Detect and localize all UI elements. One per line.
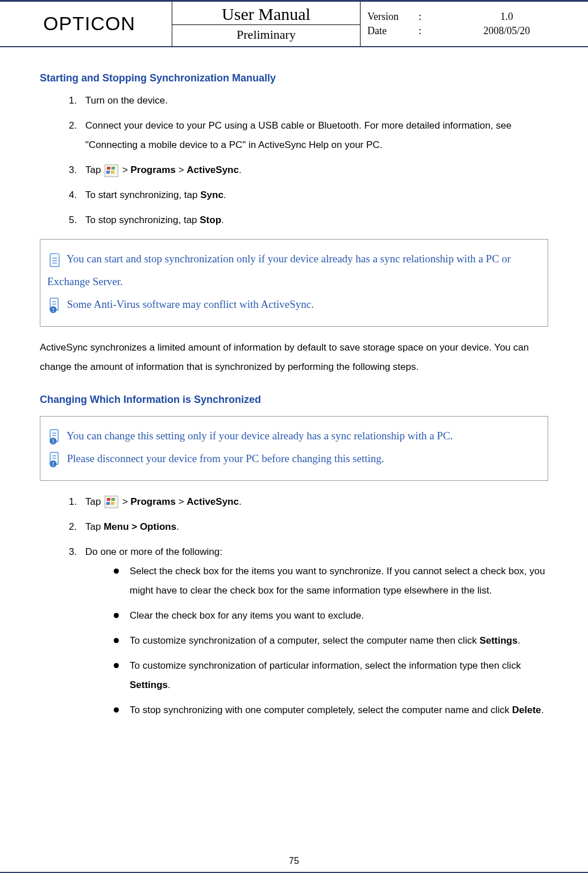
text: . [239,496,242,507]
doc-title: User Manual [172,4,360,25]
text: > [122,496,131,507]
section2-steps: Tap > Programs > ActiveSync. Tap Menu > … [40,492,548,720]
svg-text:!: ! [52,460,54,467]
bold-sync: Sync [200,190,223,200]
doc-subtitle: Preliminary [237,25,296,44]
text: . [176,521,179,532]
windows-start-icon [105,496,118,508]
date-value: 2008/05/20 [432,24,581,38]
step-5: To stop synchronizing, tap Stop. [80,211,548,230]
bullet-4: To customize synchronization of particul… [114,656,548,695]
bullet-2: Clear the check box for any items you wa… [114,606,548,625]
text: . [541,705,544,715]
text: Tap [85,496,103,507]
page-number: 75 [0,855,588,867]
colon: : [419,10,432,24]
step-1: Turn on the device. [80,91,548,110]
date-label: Date [367,24,419,38]
brand-name: OPTICON [7,2,172,46]
text: To customize synchronization of a comput… [130,635,479,646]
text: Do one or more of the following: [85,546,222,557]
text: . [517,635,520,646]
version-label: Version [367,10,419,24]
text: > [179,496,187,507]
text: Tap [85,521,103,532]
text: To stop synchronizing with one computer … [130,705,512,715]
step2-2: Tap Menu > Options. [80,517,548,537]
note-text-4: Please disconnect your device from your … [67,452,384,464]
text: . [168,680,171,690]
text: To stop synchronizing, tap [85,215,200,225]
text: . [221,215,224,225]
bold-menu-options: Menu > Options [103,521,176,532]
bold-settings: Settings [479,635,517,646]
bold-activesync: ActiveSync [187,496,239,507]
note-box-1: You can start and stop synchronization o… [40,239,548,327]
version-value: 1.0 [432,10,581,24]
text: > [122,164,131,175]
text: . [223,190,226,200]
note-text-1: You can start and stop synchronization o… [47,253,511,287]
section1-steps: Turn on the device. Connect your device … [40,91,548,230]
text: > [179,164,187,175]
bullet-1: Select the check box for the items you w… [114,562,548,600]
page-content: Starting and Stopping Synchronization Ma… [0,47,588,720]
bullet-5: To stop synchronizing with one computer … [114,701,548,720]
step-2: Connect your device to your PC using a U… [80,116,548,155]
bold-activesync: ActiveSync [187,164,239,175]
text: To customize synchronization of particul… [130,660,521,671]
bold-delete: Delete [512,705,541,715]
step2-1: Tap > Programs > ActiveSync. [80,492,548,512]
meta-block: Version : 1.0 Date : 2008/05/20 [361,2,581,46]
bullet-list: Select the check box for the items you w… [85,562,548,720]
text: Tap [85,164,103,175]
bold-programs: Programs [131,496,176,507]
bullet-3: To customize synchronization of a comput… [114,631,548,650]
note-doc-icon [47,252,63,269]
bold-settings: Settings [130,680,168,690]
title-block: User Manual Preliminary [172,2,361,46]
section1-title: Starting and Stopping Synchronization Ma… [40,71,548,85]
mid-paragraph: ActiveSync synchronizes a limited amount… [40,338,548,377]
step2-3: Do one or more of the following: Select … [80,542,548,720]
text: To start synchronizing, tap [85,190,200,200]
text: . [239,164,242,175]
svg-text:!: ! [52,438,54,444]
note-box-2: ! You can change this setting only if yo… [40,416,548,481]
svg-text:!: ! [52,306,54,312]
windows-start-icon [105,164,118,177]
note-alert-icon: ! [47,451,63,468]
section2-title: Changing Which Information is Synchroniz… [40,393,548,407]
step-3: Tap > Programs > ActiveSync. [80,160,548,180]
bold-programs: Programs [131,164,176,175]
note-alert-icon: ! [47,297,63,314]
note-text-3: You can change this setting only if your… [67,430,453,442]
colon: : [419,24,432,38]
note-alert-icon: ! [47,429,63,446]
document-header: OPTICON User Manual Preliminary Version … [0,0,588,47]
note-text-2: Some Anti-Virus software may conflict wi… [67,298,314,310]
step-4: To start synchronizing, tap Sync. [80,186,548,205]
bold-stop: Stop [200,215,221,225]
